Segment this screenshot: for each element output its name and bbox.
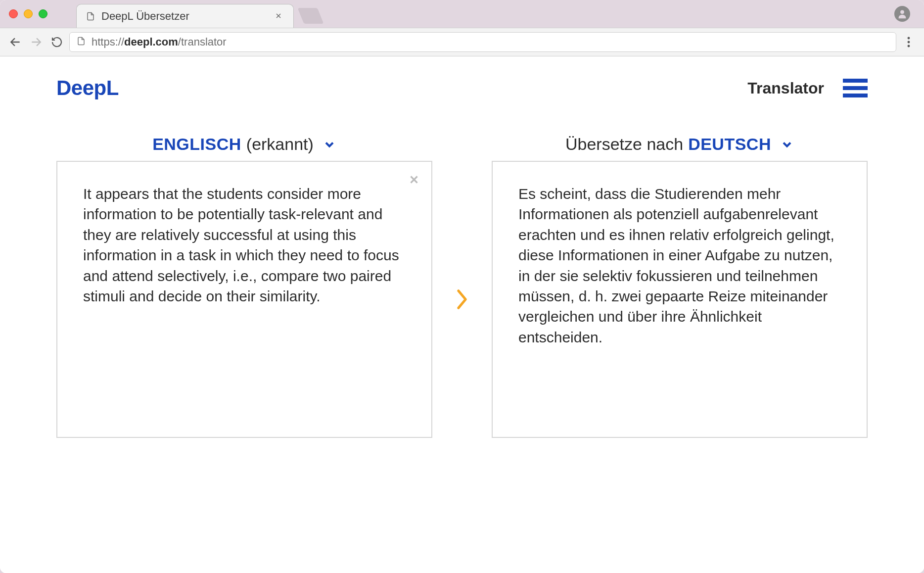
svg-point-2	[900, 10, 904, 14]
url-protocol: https://	[92, 36, 124, 48]
svg-point-6	[908, 41, 910, 44]
svg-point-5	[908, 37, 910, 40]
reload-button[interactable]	[48, 34, 65, 50]
target-prefix: Übersetze nach	[565, 135, 683, 154]
address-bar[interactable]: https://deepl.com/translator	[69, 32, 896, 52]
clear-source-button[interactable]	[408, 171, 420, 191]
url-text: https://deepl.com/translator	[92, 36, 227, 48]
source-detected-suffix: (erkannt)	[246, 135, 314, 154]
profile-avatar-icon[interactable]	[894, 6, 910, 22]
translation-panels: It appears that the students consider mo…	[56, 161, 868, 438]
chevron-down-icon	[323, 138, 336, 151]
window-controls	[0, 0, 56, 28]
page-info-icon[interactable]	[77, 36, 86, 48]
window-zoom-button[interactable]	[39, 9, 47, 18]
svg-point-7	[908, 45, 910, 48]
tab-title: DeepL Übersetzer	[101, 10, 267, 23]
page-header: DeepL Translator	[56, 76, 868, 135]
browser-menu-button[interactable]	[900, 34, 917, 50]
tab-close-button[interactable]	[273, 8, 284, 25]
target-language-label: DEUTSCH	[688, 135, 771, 154]
source-text-panel[interactable]: It appears that the students consider mo…	[56, 161, 432, 438]
browser-tab[interactable]: DeepL Übersetzer	[76, 4, 294, 28]
window-minimize-button[interactable]	[24, 9, 33, 18]
logo[interactable]: DeepL	[56, 76, 119, 100]
source-language-selector[interactable]: ENGLISCH (erkannt)	[56, 135, 432, 154]
url-path: /translator	[178, 36, 227, 48]
page-viewport[interactable]: DeepL Translator ENGLISCH (erkannt)	[0, 56, 924, 573]
browser-tabstrip: DeepL Übersetzer	[0, 0, 924, 28]
tab-favicon-icon	[86, 11, 95, 21]
target-text-panel[interactable]: Es scheint, dass die Studierenden mehr I…	[492, 161, 868, 438]
target-language-selector[interactable]: Übersetze nach DEUTSCH	[492, 135, 868, 154]
language-bar: ENGLISCH (erkannt) Übersetze nach DEUTSC…	[56, 135, 868, 154]
forward-button[interactable]	[28, 34, 45, 50]
back-button[interactable]	[7, 34, 24, 50]
chevron-down-icon	[780, 138, 794, 151]
new-tab-button[interactable]	[298, 8, 324, 24]
menu-icon[interactable]	[843, 79, 868, 97]
url-host: deepl.com	[124, 36, 178, 48]
window-close-button[interactable]	[9, 9, 18, 18]
source-text[interactable]: It appears that the students consider mo…	[83, 184, 406, 306]
target-text: Es scheint, dass die Studierenden mehr I…	[518, 184, 841, 347]
browser-toolbar: https://deepl.com/translator	[0, 28, 924, 56]
source-language-label: ENGLISCH	[152, 135, 241, 154]
translate-arrow-icon	[432, 161, 492, 438]
nav-translator[interactable]: Translator	[747, 79, 824, 97]
